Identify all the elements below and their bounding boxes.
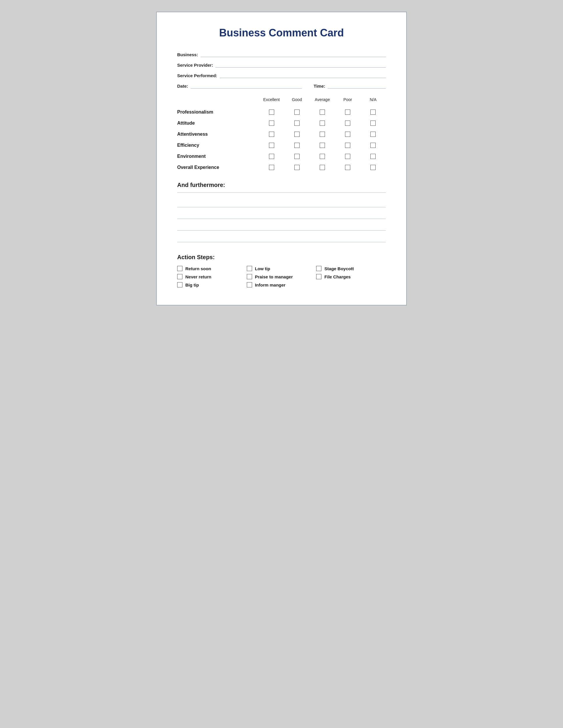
label-inform-manager: Inform manger xyxy=(255,282,286,287)
checkbox-ov-poor[interactable] xyxy=(345,165,350,170)
checkbox-eff-good[interactable] xyxy=(294,143,300,148)
checkbox-praise-manager[interactable] xyxy=(247,274,252,279)
action-steps-section: Action Steps: Return soon Low tip Stage … xyxy=(177,254,386,287)
rating-row-environment: Environment xyxy=(177,151,386,162)
action-col-return-soon: Return soon xyxy=(177,266,247,271)
checkbox-big-tip[interactable] xyxy=(177,282,182,287)
service-provider-field-row: Service Provider: xyxy=(177,61,386,68)
col-na: N/A xyxy=(361,97,386,102)
date-time-row: Date: Time: xyxy=(177,82,386,89)
action-steps-grid: Return soon Low tip Stage Boycott Never … xyxy=(177,266,386,287)
rating-row-efficiency: Efficiency xyxy=(177,140,386,151)
checkbox-env-excellent[interactable] xyxy=(269,154,274,159)
action-col-praise-manager: Praise to manager xyxy=(247,274,317,279)
checkbox-eff-poor[interactable] xyxy=(345,143,350,148)
checkbox-env-na[interactable] xyxy=(370,154,376,159)
col-average: Average xyxy=(310,97,335,102)
action-col-stage-boycott: Stage Boycott xyxy=(316,266,386,271)
action-row-3: Big tip Inform manger xyxy=(177,282,386,287)
checkbox-file-charges[interactable] xyxy=(316,274,322,279)
comment-card: Business Comment Card Business: Service … xyxy=(156,12,407,305)
professionalism-label: Professionalism xyxy=(177,109,259,115)
checkbox-never-return[interactable] xyxy=(177,274,182,279)
date-part: Date: xyxy=(177,82,302,89)
checkbox-atten-average[interactable] xyxy=(320,132,325,137)
action-col-low-tip: Low tip xyxy=(247,266,317,271)
label-never-return: Never return xyxy=(185,274,211,279)
rating-header-row: Excellent Good Average Poor N/A xyxy=(177,97,386,104)
efficiency-label: Efficiency xyxy=(177,143,259,148)
overall-label: Overall Experience xyxy=(177,165,259,170)
checkbox-prof-good[interactable] xyxy=(294,109,300,115)
col-excellent: Excellent xyxy=(259,97,284,102)
checkbox-eff-excellent[interactable] xyxy=(269,143,274,148)
checkbox-atten-excellent[interactable] xyxy=(269,132,274,137)
date-label: Date: xyxy=(177,84,188,89)
professionalism-poor[interactable] xyxy=(335,109,361,115)
action-col-inform-manager: Inform manger xyxy=(247,282,317,287)
checkbox-eff-na[interactable] xyxy=(370,143,376,148)
business-label: Business: xyxy=(177,52,198,57)
professionalism-excellent[interactable] xyxy=(259,109,284,115)
label-big-tip: Big tip xyxy=(185,282,199,287)
checkbox-ov-average[interactable] xyxy=(320,165,325,170)
checkbox-prof-average[interactable] xyxy=(320,109,325,115)
attentiveness-label: Attentiveness xyxy=(177,132,259,137)
professionalism-na[interactable] xyxy=(361,109,386,115)
furthermore-title: And furthermore: xyxy=(177,182,386,188)
checkbox-atten-na[interactable] xyxy=(370,132,376,137)
checkbox-return-soon[interactable] xyxy=(177,266,182,271)
time-input[interactable] xyxy=(328,82,386,89)
checkbox-env-good[interactable] xyxy=(294,154,300,159)
action-col-never-return: Never return xyxy=(177,274,247,279)
date-input[interactable] xyxy=(190,82,302,89)
checkbox-att-poor[interactable] xyxy=(345,121,350,126)
professionalism-average[interactable] xyxy=(310,109,335,115)
checkbox-env-poor[interactable] xyxy=(345,154,350,159)
business-field-row: Business: xyxy=(177,51,386,57)
action-col-file-charges: File Charges xyxy=(316,274,386,279)
professionalism-good[interactable] xyxy=(284,109,310,115)
service-performed-label: Service Performed: xyxy=(177,73,217,78)
furthermore-section: And furthermore: xyxy=(177,182,386,242)
label-file-charges: File Charges xyxy=(324,274,351,279)
checkbox-ov-na[interactable] xyxy=(370,165,376,170)
time-label: Time: xyxy=(314,84,325,89)
furthermore-text-area[interactable] xyxy=(177,192,386,242)
rating-row-overall: Overall Experience xyxy=(177,162,386,173)
service-performed-input[interactable] xyxy=(220,72,386,78)
checkbox-att-good[interactable] xyxy=(294,121,300,126)
label-stage-boycott: Stage Boycott xyxy=(324,266,354,271)
checkbox-env-average[interactable] xyxy=(320,154,325,159)
checkbox-low-tip[interactable] xyxy=(247,266,252,271)
checkbox-prof-excellent[interactable] xyxy=(269,109,274,115)
text-line-2 xyxy=(177,207,386,219)
checkbox-atten-poor[interactable] xyxy=(345,132,350,137)
checkbox-prof-na[interactable] xyxy=(370,109,376,115)
service-provider-label: Service Provider: xyxy=(177,63,213,68)
card-title: Business Comment Card xyxy=(177,27,386,39)
service-provider-input[interactable] xyxy=(215,61,386,68)
checkbox-atten-good[interactable] xyxy=(294,132,300,137)
environment-label: Environment xyxy=(177,154,259,159)
time-part: Time: xyxy=(314,82,386,89)
rating-row-professionalism: Professionalism xyxy=(177,107,386,118)
checkbox-stage-boycott[interactable] xyxy=(316,266,322,271)
checkbox-inform-manager[interactable] xyxy=(247,282,252,287)
checkbox-ov-excellent[interactable] xyxy=(269,165,274,170)
checkbox-att-excellent[interactable] xyxy=(269,121,274,126)
checkbox-att-average[interactable] xyxy=(320,121,325,126)
business-input[interactable] xyxy=(200,51,386,57)
checkbox-prof-poor[interactable] xyxy=(345,109,350,115)
checkbox-eff-average[interactable] xyxy=(320,143,325,148)
action-row-2: Never return Praise to manager File Char… xyxy=(177,274,386,279)
action-row-1: Return soon Low tip Stage Boycott xyxy=(177,266,386,271)
rating-section: Excellent Good Average Poor N/A Professi… xyxy=(177,97,386,173)
checkbox-att-na[interactable] xyxy=(370,121,376,126)
rating-row-attitude: Attitude xyxy=(177,118,386,129)
label-low-tip: Low tip xyxy=(255,266,270,271)
text-line-4 xyxy=(177,231,386,242)
text-line-3 xyxy=(177,219,386,231)
checkbox-ov-good[interactable] xyxy=(294,165,300,170)
attitude-label: Attitude xyxy=(177,121,259,126)
